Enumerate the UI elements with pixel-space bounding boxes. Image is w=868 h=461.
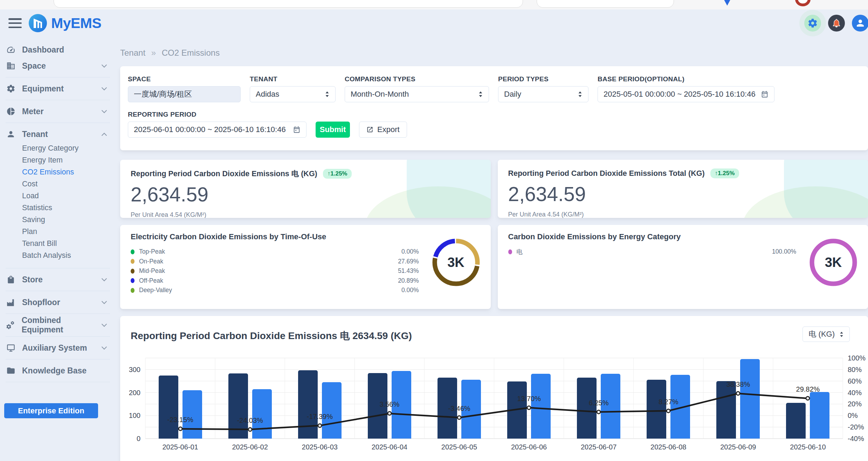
notification-bell-icon[interactable]: [828, 15, 845, 32]
legend-dot: [131, 269, 135, 274]
hamburger-menu-icon[interactable]: [8, 18, 22, 28]
sidebar-item-store[interactable]: Store: [0, 271, 116, 288]
chevron-down-icon: [101, 323, 107, 327]
sidebar-item-label: Combined Equipment: [22, 316, 101, 335]
right-axis-tick: 0%: [848, 412, 858, 420]
person-icon: [6, 129, 16, 139]
legend-item-[interactable]: 电100.00%: [508, 247, 797, 257]
sidebar-item-shopfloor[interactable]: Shopfloor: [0, 294, 116, 310]
reporting-period-bar-2025-06-08[interactable]: [670, 375, 690, 439]
enterprise-edition-button[interactable]: Enterprise Edition: [4, 403, 98, 418]
chart-unit-select[interactable]: 电 (KG): [802, 326, 850, 342]
base-period-bar-2025-06-02[interactable]: [228, 373, 248, 439]
updown-arrows-icon: [839, 331, 844, 337]
base-period-bar-2025-06-10[interactable]: [786, 403, 806, 439]
line-point-2025-06-04[interactable]: [387, 411, 392, 416]
legend-item-deep-valley[interactable]: Deep-Valley0.00%: [131, 285, 419, 295]
reporting-period-bar-2025-06-01[interactable]: [182, 390, 202, 439]
submit-button[interactable]: Submit: [316, 122, 350, 138]
metric-cards-row: Reporting Period Carbon Dioxide Emission…: [120, 160, 868, 218]
legend-item-off-peak[interactable]: Off-Peak20.89%: [131, 276, 419, 286]
period-types-select[interactable]: Daily: [498, 86, 588, 102]
reporting-period-bar-2025-06-06[interactable]: [531, 374, 551, 439]
base-period-bar-2025-06-09[interactable]: [716, 381, 736, 439]
brand-logo[interactable]: MyEMS: [29, 14, 101, 32]
reporting-period-bar-2025-06-02[interactable]: [252, 389, 272, 439]
sidebar-item-tenant-bill[interactable]: Tenant Bill: [0, 238, 116, 249]
base-period-bar-2025-06-03[interactable]: [298, 370, 318, 439]
reporting-period-bar-2025-06-09[interactable]: [740, 359, 760, 439]
breadcrumb-parent[interactable]: Tenant: [120, 48, 145, 57]
browser-address-bar[interactable]: [54, 0, 523, 8]
browser-red-icon[interactable]: [795, 0, 811, 6]
sidebar-item-energy-item[interactable]: Energy Item: [0, 154, 116, 166]
sidebar-item-dashboard[interactable]: Dashboard: [0, 42, 116, 58]
sidebar-item-energy-category[interactable]: Energy Category: [0, 142, 116, 154]
line-point-2025-06-05[interactable]: [457, 415, 461, 420]
increase-badge: ↑1.25%: [710, 168, 739, 178]
base-period-bar-2025-06-08[interactable]: [647, 380, 666, 439]
line-point-2025-06-03[interactable]: [317, 423, 322, 428]
right-axis-tick: 80%: [848, 365, 862, 373]
base-period-bar-2025-06-07[interactable]: [577, 378, 597, 439]
sidebar-item-cost[interactable]: Cost: [0, 178, 116, 190]
sidebar-divider: [6, 382, 110, 382]
legend-item-mid-peak[interactable]: Mid-Peak51.43%: [131, 266, 419, 276]
line-point-2025-06-01[interactable]: [178, 427, 182, 431]
settings-gear-icon[interactable]: [804, 15, 821, 32]
line-point-2025-06-02[interactable]: [248, 427, 252, 432]
chevron-up-icon: [101, 132, 107, 136]
sidebar-item-auxiliary-system[interactable]: Auxiliary System: [0, 340, 116, 356]
reporting-period-input[interactable]: 2025-06-01 00:00:00 ~ 2025-06-10 16:10:4…: [128, 122, 306, 138]
base-period-input[interactable]: 2025-05-01 00:00:00 ~ 2025-05-10 16:10:4…: [598, 86, 774, 102]
breadcrumb: Tenant » CO2 Emissions: [120, 48, 868, 58]
base-period-label: BASE PERIOD(OPTIONAL): [598, 75, 774, 83]
sidebar-divider: [6, 77, 110, 77]
legend-label: Mid-Peak: [139, 267, 165, 275]
increment-rate-label: 13.70%: [517, 395, 541, 403]
sidebar-item-tenant[interactable]: Tenant: [0, 126, 116, 142]
x-axis-label: 2025-06-03: [302, 443, 338, 451]
space-input[interactable]: [128, 86, 241, 102]
sidebar-item-equipment[interactable]: Equipment: [0, 81, 116, 97]
sidebar-item-statistics[interactable]: Statistics: [0, 202, 116, 214]
base-period-bar-2025-06-06[interactable]: [507, 381, 527, 439]
sidebar-item-space[interactable]: Space: [0, 58, 116, 74]
sidebar-item-meter[interactable]: Meter: [0, 103, 116, 119]
comparison-select[interactable]: Month-On-Month: [345, 86, 489, 102]
line-point-2025-06-06[interactable]: [527, 405, 531, 410]
sidebar-item-combined-equipment[interactable]: Combined Equipment: [0, 317, 116, 333]
sidebar-item-co2-emissions[interactable]: CO2 Emissions: [0, 166, 116, 178]
chevron-down-icon: [101, 301, 107, 304]
pie-chart-icon: [6, 106, 16, 117]
sidebar-item-plan[interactable]: Plan: [0, 226, 116, 238]
browser-blue-icon[interactable]: [723, 0, 732, 6]
sidebar-item-batch-analysis[interactable]: Batch Analysis: [0, 249, 116, 261]
space-field-group: SPACE: [128, 75, 241, 102]
donut-center-label: 3K: [807, 236, 860, 289]
sidebar-item-label: Store: [22, 275, 43, 284]
tenant-select[interactable]: Adidas: [250, 86, 336, 102]
user-avatar[interactable]: [852, 15, 868, 32]
base-period-bar-2025-06-01[interactable]: [159, 376, 178, 439]
tou-donut-chart: 3K: [430, 236, 482, 289]
line-point-2025-06-10[interactable]: [806, 396, 810, 401]
browser-secondary-box[interactable]: [537, 0, 674, 8]
sidebar-item-load[interactable]: Load: [0, 190, 116, 202]
legend-item-on-peak[interactable]: On-Peak27.69%: [131, 257, 419, 267]
main-content: Tenant » CO2 Emissions SPACE TENANT Adid…: [116, 37, 868, 461]
x-axis-label: 2025-06-04: [372, 443, 407, 451]
x-axis-label: 2025-06-01: [162, 443, 198, 451]
sidebar-item-saving[interactable]: Saving: [0, 214, 116, 226]
legend-percentage: 20.89%: [398, 277, 419, 284]
tou-donut-card: Electricity Carbon Dioxide Emissions by …: [120, 225, 491, 309]
reporting-period-bar-2025-06-03[interactable]: [322, 382, 342, 439]
line-point-2025-06-09[interactable]: [736, 391, 740, 396]
export-button[interactable]: Export: [359, 122, 407, 138]
legend-item-top-peak[interactable]: Top-Peak0.00%: [131, 247, 419, 257]
reporting-period-bar-2025-06-10[interactable]: [810, 392, 829, 439]
right-axis-tick: -20%: [848, 423, 864, 431]
line-point-2025-06-08[interactable]: [666, 408, 671, 413]
line-point-2025-06-07[interactable]: [597, 410, 601, 414]
sidebar-item-knowledge-base[interactable]: Knowledge Base: [0, 363, 116, 379]
